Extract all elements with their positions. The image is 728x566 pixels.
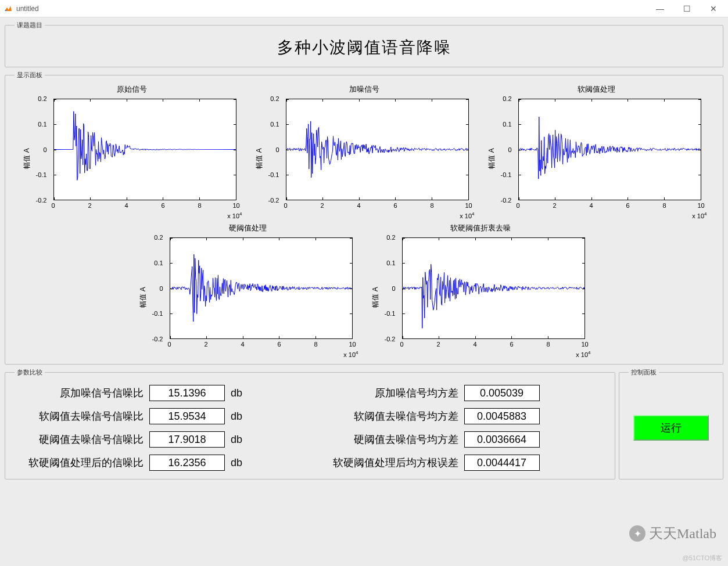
control-legend: 控制面板 <box>629 368 659 377</box>
param-value: 0.0044417 <box>464 455 540 471</box>
window-title: untitled <box>16 5 647 13</box>
param-label: 硬阈值去噪信号均方差 <box>319 432 458 446</box>
param-unit: db <box>231 387 252 399</box>
param-value: 0.0036664 <box>464 431 540 448</box>
param-label: 原加噪信号均方差 <box>319 386 458 400</box>
axes[interactable] <box>286 99 469 200</box>
snr-row: 硬阈值去噪信号信噪比 17.9018 db <box>16 431 302 448</box>
control-panel: 控制面板 运行 <box>619 368 723 480</box>
snr-row: 软硬阈值处理后的信噪比 16.2356 db <box>16 455 302 471</box>
mse-row: 原加噪信号均方差 0.005039 <box>319 385 605 401</box>
plot-title: 硬阈值处理 <box>138 223 358 233</box>
axes[interactable] <box>518 99 701 200</box>
matlab-icon <box>3 4 13 13</box>
x-exponent: x 104 <box>576 350 590 358</box>
param-label: 软阈值去噪信号均方差 <box>319 409 458 423</box>
mse-row: 软阈值去噪信号均方差 0.0045883 <box>319 408 605 424</box>
param-label: 软硬阈值处理后均方根误差 <box>319 456 458 470</box>
ylabel: 幅值 A <box>254 148 264 168</box>
param-value: 16.2356 <box>149 455 225 471</box>
x-exponent: x 104 <box>343 350 358 358</box>
display-panel: 显示面板 原始信号 幅值 A 0.20.10-0.1-0.2 0246810 x… <box>5 71 723 365</box>
display-legend: 显示面板 <box>15 71 45 80</box>
plot-noisy: 加噪信号 幅值 A 0.20.10-0.1-0.2 0246810 x 104 <box>254 84 475 221</box>
param-value: 15.9534 <box>149 408 225 424</box>
param-label: 软硬阈值处理后的信噪比 <box>16 456 144 470</box>
mse-row: 硬阈值去噪信号均方差 0.0036664 <box>319 431 605 448</box>
param-label: 软阈值去噪信号信噪比 <box>16 409 144 423</box>
param-label: 硬阈值去噪信号信噪比 <box>16 432 144 446</box>
params-legend: 参数比较 <box>15 368 45 377</box>
param-unit: db <box>231 457 252 469</box>
run-button[interactable]: 运行 <box>633 415 709 441</box>
wechat-icon: ✦ <box>629 525 645 542</box>
param-unit: db <box>231 410 252 423</box>
watermark-text: 天天Matlab <box>649 524 716 543</box>
param-value: 15.1396 <box>149 385 225 401</box>
main-title: 多种小波阈值语音降噪 <box>10 34 718 62</box>
maximize-button[interactable]: ☐ <box>673 0 700 17</box>
axes[interactable] <box>53 99 236 200</box>
ylabel: 幅值 A <box>371 287 381 307</box>
x-exponent: x 104 <box>460 211 474 219</box>
close-button[interactable]: ✕ <box>700 0 727 17</box>
plot-title: 软硬阈值折衷去噪 <box>370 223 591 233</box>
minimize-button[interactable]: — <box>647 0 673 17</box>
plot-sh: 软硬阈值折衷去噪 幅值 A 0.20.10-0.1-0.2 0246810 x … <box>370 223 591 359</box>
param-unit: db <box>231 434 252 446</box>
axes[interactable] <box>402 237 585 339</box>
snr-row: 原加噪信号信噪比 15.1396 db <box>16 385 302 401</box>
plot-title: 加噪信号 <box>254 84 475 95</box>
titlebar: untitled — ☐ ✕ <box>0 0 728 17</box>
watermark: ✦ 天天Matlab <box>629 524 716 543</box>
topic-legend: 课题题目 <box>15 21 45 30</box>
param-value: 17.9018 <box>149 431 225 448</box>
param-value: 0.0045883 <box>464 408 540 424</box>
param-label: 原加噪信号信噪比 <box>16 386 144 400</box>
snr-row: 软阈值去噪信号信噪比 15.9534 db <box>16 408 302 424</box>
attribution: @51CTO博客 <box>683 554 722 563</box>
plot-orig: 原始信号 幅值 A 0.20.10-0.1-0.2 0246810 x 104 <box>21 84 242 221</box>
x-exponent: x 104 <box>692 211 707 219</box>
plot-hard: 硬阈值处理 幅值 A 0.20.10-0.1-0.2 0246810 x 104 <box>138 223 358 359</box>
plot-title: 原始信号 <box>21 84 242 95</box>
x-exponent: x 104 <box>227 211 242 219</box>
param-value: 0.005039 <box>464 385 540 401</box>
ylabel: 幅值 A <box>487 148 497 168</box>
plot-soft: 软阈值处理 幅值 A 0.20.10-0.1-0.2 0246810 x 104 <box>486 84 707 221</box>
plot-title: 软阈值处理 <box>486 84 707 95</box>
ylabel: 幅值 A <box>22 148 32 168</box>
params-panel: 参数比较 原加噪信号信噪比 15.1396 db原加噪信号均方差 0.00503… <box>5 368 615 480</box>
axes[interactable] <box>170 237 353 339</box>
topic-panel: 课题题目 多种小波阈值语音降噪 <box>5 21 723 67</box>
ylabel: 幅值 A <box>138 287 148 307</box>
mse-row: 软硬阈值处理后均方根误差 0.0044417 <box>319 455 605 471</box>
